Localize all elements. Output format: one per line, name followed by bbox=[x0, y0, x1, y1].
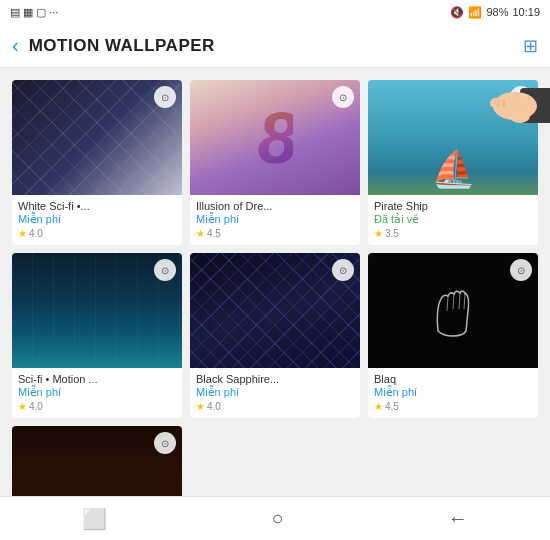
wallpaper-price: Miễn phí bbox=[18, 213, 176, 226]
download-badge: ⊙ bbox=[510, 259, 532, 281]
status-left-icons: ▤ ▦ ▢ ··· bbox=[10, 6, 58, 19]
svg-line-2 bbox=[459, 293, 460, 309]
wallpaper-name: Sci-fi • Motion ... bbox=[18, 373, 176, 385]
svg-line-1 bbox=[453, 294, 454, 309]
wallpaper-price: Miễn phí bbox=[18, 386, 176, 399]
rating-value: 4.5 bbox=[207, 228, 221, 239]
wallpaper-thumbnail: 8 ⊙ bbox=[190, 80, 360, 195]
wallpaper-rating: ★ 4.5 bbox=[196, 228, 354, 239]
list-item[interactable]: 8 ⊙ Illusion of Dre... Miễn phí ★ 4.5 bbox=[190, 80, 360, 245]
signal-icon: 📶 bbox=[468, 6, 482, 19]
wallpaper-name: Black Sapphire... bbox=[196, 373, 354, 385]
battery-level: 98% bbox=[486, 6, 508, 18]
wallpaper-name: Blaq bbox=[374, 373, 532, 385]
hand-drawing-graphic bbox=[428, 281, 478, 341]
badge-icon: ⊙ bbox=[339, 92, 347, 103]
star-icon: ★ bbox=[18, 228, 27, 239]
ship-graphic: ⛵ bbox=[431, 148, 476, 190]
wallpaper-info: Sci-fi • Motion ... Miễn phí ★ 4.0 bbox=[12, 368, 182, 418]
bottom-nav: ⬜ ○ ← bbox=[0, 496, 550, 540]
badge-icon: ⊙ bbox=[161, 265, 169, 276]
star-icon: ★ bbox=[18, 401, 27, 412]
wallpaper-thumbnail: ⊙ bbox=[12, 253, 182, 368]
wallpaper-thumbnail: ⊙ bbox=[190, 253, 360, 368]
download-badge: ⊙ bbox=[332, 259, 354, 281]
wallpaper-name: Illusion of Dre... bbox=[196, 200, 354, 212]
status-bar: ▤ ▦ ▢ ··· 🔇 📶 98% 10:19 bbox=[0, 0, 550, 24]
star-icon: ★ bbox=[374, 228, 383, 239]
list-item[interactable]: ⊙ Sci-fi • Motion ... Miễn phí ★ 4.0 bbox=[12, 253, 182, 418]
wallpaper-info: Pirate Ship Đã tải về ★ 3.5 bbox=[368, 195, 538, 245]
eight-graphic: 8 bbox=[257, 102, 292, 174]
grid-view-icon[interactable]: ⊞ bbox=[523, 35, 538, 57]
home-button[interactable]: ○ bbox=[251, 499, 303, 538]
rating-value: 4.0 bbox=[29, 401, 43, 412]
rating-value: 3.5 bbox=[385, 228, 399, 239]
back-button[interactable]: ‹ bbox=[12, 34, 19, 57]
list-item[interactable]: ⊙ bbox=[12, 426, 182, 496]
star-icon: ★ bbox=[196, 401, 205, 412]
rating-value: 4.0 bbox=[29, 228, 43, 239]
star-icon: ★ bbox=[374, 401, 383, 412]
mute-icon: 🔇 bbox=[450, 6, 464, 19]
wallpaper-rating: ★ 4.0 bbox=[18, 401, 176, 412]
download-badge: ⊙ bbox=[154, 86, 176, 108]
star-icon: ★ bbox=[196, 228, 205, 239]
badge-icon: ⊙ bbox=[161, 438, 169, 449]
badge-icon: ⊙ bbox=[339, 265, 347, 276]
download-badge: ⊙ bbox=[154, 432, 176, 454]
time-display: 10:19 bbox=[512, 6, 540, 18]
back-nav-button[interactable]: ← bbox=[428, 499, 488, 538]
wallpaper-thumbnail: ⊙ bbox=[368, 253, 538, 368]
list-item[interactable]: ⊙ Black Sapphire... Miễn phí ★ 4.0 bbox=[190, 253, 360, 418]
page-title: MOTION WALLPAPER bbox=[29, 36, 523, 56]
wallpaper-thumbnail: ⊙ bbox=[12, 426, 182, 496]
download-badge: ⊙ bbox=[154, 259, 176, 281]
status-right-icons: 🔇 📶 98% 10:19 bbox=[450, 6, 540, 19]
wallpaper-rating: ★ 4.0 bbox=[18, 228, 176, 239]
wallpaper-price: Miễn phí bbox=[196, 213, 354, 226]
wallpaper-price: Miễn phí bbox=[374, 386, 532, 399]
wallpaper-price: Đã tải về bbox=[374, 213, 532, 226]
wallpaper-rating: ★ 4.0 bbox=[196, 401, 354, 412]
wallpaper-info: Illusion of Dre... Miễn phí ★ 4.5 bbox=[190, 195, 360, 245]
wallpaper-price: Miễn phí bbox=[196, 386, 354, 399]
wallpaper-name: Pirate Ship bbox=[374, 200, 532, 212]
wallpaper-info: Black Sapphire... Miễn phí ★ 4.0 bbox=[190, 368, 360, 418]
badge-icon: ⊙ bbox=[161, 92, 169, 103]
recent-apps-button[interactable]: ⬜ bbox=[62, 499, 127, 539]
svg-line-3 bbox=[464, 293, 465, 309]
list-item[interactable]: ⊙ White Sci-fi •... Miễn phí ★ 4.0 bbox=[12, 80, 182, 245]
download-badge: ⊙ bbox=[332, 86, 354, 108]
pointing-hand-overlay bbox=[460, 68, 550, 148]
list-item[interactable]: ⊙ Blaq Miễn phí ★ 4.5 bbox=[368, 253, 538, 418]
svg-point-7 bbox=[510, 109, 530, 123]
rating-value: 4.5 bbox=[385, 401, 399, 412]
rating-value: 4.0 bbox=[207, 401, 221, 412]
hand-graphic bbox=[460, 68, 550, 148]
header: ‹ MOTION WALLPAPER ⊞ bbox=[0, 24, 550, 68]
wallpaper-thumbnail: ⊙ bbox=[12, 80, 182, 195]
badge-icon: ⊙ bbox=[517, 265, 525, 276]
wallpaper-info: White Sci-fi •... Miễn phí ★ 4.0 bbox=[12, 195, 182, 245]
notification-icons: ▤ ▦ ▢ ··· bbox=[10, 6, 58, 19]
wallpaper-info: Blaq Miễn phí ★ 4.5 bbox=[368, 368, 538, 418]
wallpaper-rating: ★ 4.5 bbox=[374, 401, 532, 412]
svg-line-0 bbox=[447, 296, 448, 311]
wallpaper-rating: ★ 3.5 bbox=[374, 228, 532, 239]
wallpaper-name: White Sci-fi •... bbox=[18, 200, 176, 212]
